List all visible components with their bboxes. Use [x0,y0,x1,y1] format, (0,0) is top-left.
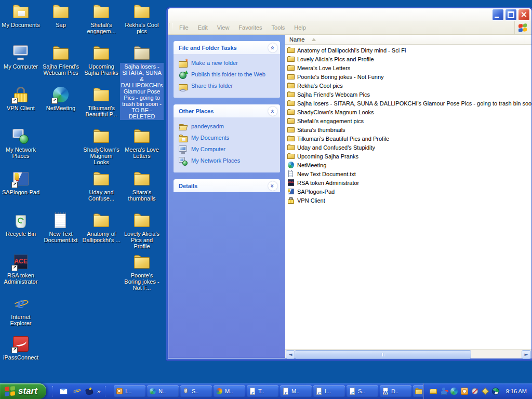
toolbar-grip [52,386,55,396]
desktop-icon[interactable]: Sap [41,3,81,29]
desktop-icon[interactable]: Lovely Alicia's Pics and Profile [122,212,162,250]
desktop-icon[interactable]: VPN Client [1,86,41,112]
taskbar-window-button[interactable]: I... [114,385,145,397]
place-link[interactable]: My Documents [179,133,277,144]
file-name: NetMeeting [297,162,326,168]
taskbar-window-button[interactable]: M.. [214,385,245,397]
panel-header-file-and-folder-tasks[interactable]: File and Folder Tasks [174,41,280,54]
desktop-icon[interactable]: ShadyClown's Magnum Looks [81,128,122,166]
file-list-row[interactable]: Meera's Love Letters [285,63,531,72]
place-link[interactable]: pandeysadm [179,122,277,133]
desktop-icon[interactable]: Poonte's Boring jokes - Not F... [122,254,162,291]
desktop-icon[interactable]: Uday and Confuse... [81,170,122,202]
file-list-row[interactable]: NetMeeting [285,161,531,169]
place-link[interactable]: My Computer [179,144,277,156]
desktop-icon[interactable]: SAPlogon-Pad [1,170,41,196]
netmeeting-icon[interactable] [450,388,458,395]
menu-item[interactable]: File [175,22,193,33]
desktop-icon[interactable]: Sajha losers - SITARA, SUNA & DALLIPOKCH… [122,45,162,120]
close-button[interactable] [518,9,530,21]
file-list-row[interactable]: Uday and Confused's Stupidity [285,143,531,152]
chevron-up-icon[interactable] [268,107,277,116]
task-link[interactable]: Publish this folder to the Web [179,70,277,81]
task-link[interactable]: Make a new folder [179,58,277,70]
taskbar-window-button[interactable]: S.. [347,385,378,397]
file-list-row[interactable]: Tilkumari's Beautiful Pics and Profile [285,134,531,143]
column-header-name[interactable]: Name [285,35,531,45]
desktop-icon[interactable]: Meera's Love Letters [122,128,162,159]
taskbar-window-button[interactable]: M.. [280,385,312,397]
horizontal-scrollbar[interactable]: ◄ ► [285,349,531,358]
chevron-up-icon[interactable] [268,43,277,52]
taskbar-clock[interactable]: 9:16 AM [506,388,527,394]
file-list-row[interactable]: Sitara's thumbnails [285,125,531,134]
desktop-icon[interactable]: RSA token Administrator [1,254,41,285]
desktop-icon[interactable]: Anatomy of Dallipockhi's ... [81,212,122,244]
file-list-row[interactable]: Anatomy of Dallipockhi's Dirty mind - Sc… [285,46,531,55]
folder-docs-icon [179,134,188,143]
file-list-row[interactable]: ShadyClown's Magnum Looks [285,108,531,116]
file-list-row[interactable]: Upcoming Sajha Pranks [285,152,531,161]
file-list-row[interactable]: Sajha Friend's Webcam Pics [285,90,531,99]
ie-icon[interactable] [72,387,81,396]
taskbar-window-button[interactable]: S.. [180,385,212,397]
desktop-icon[interactable]: Recycle Bin [1,212,41,237]
taskbar-window-button[interactable]: D.. [380,385,411,397]
chevron-down-icon[interactable] [268,181,277,191]
file-list-row[interactable]: RSA token Administrator [285,178,531,187]
maximize-button[interactable] [505,9,517,21]
desktop-icon[interactable]: Shefali's engagem... [81,3,122,35]
scrollbar-thumb[interactable] [295,350,471,359]
oe-icon[interactable] [59,387,68,396]
menu-item[interactable]: Edit [193,22,212,33]
taskbar-window-button[interactable]: N.. [147,385,179,397]
file-list-row[interactable]: Shefali's engagement pics [285,116,531,125]
clock-orange-icon [116,388,123,395]
scroll-right-arrow[interactable]: ► [522,350,531,359]
bird-icon[interactable] [85,387,94,396]
menu-item[interactable]: Help [289,22,311,33]
file-list-row[interactable]: VPN Client [285,196,531,205]
clock-orange-icon[interactable] [461,388,469,395]
desktop-icon[interactable]: My Documents [1,3,41,29]
desktop-icon[interactable]: Rekha's Cool pics [122,3,162,35]
desktop-icon[interactable]: NetMeeting [41,86,81,112]
minimize-button[interactable] [492,9,504,21]
desktop-icon[interactable]: My Computer [1,45,41,70]
title-bar[interactable] [168,8,531,21]
folder-icon [287,73,295,81]
task-link[interactable]: Share this folder [179,81,277,92]
scroll-left-arrow[interactable]: ◄ [286,350,295,359]
desktop-icon[interactable]: iPassConnect [1,336,41,361]
panel-header-details[interactable]: Details [174,179,280,192]
menu-item[interactable]: Tools [267,22,290,33]
folder-icon [287,153,295,160]
desktop-icon[interactable]: New Text Document.txt [41,212,81,244]
panel-header-other-places[interactable]: Other Places [174,104,280,117]
place-link[interactable]: My Network Places [179,156,277,167]
start-button[interactable]: start [0,383,46,399]
taskbar-window-button[interactable]: T.. [247,385,278,397]
mute-icon[interactable] [471,388,479,395]
desktop-icon[interactable]: Internet Explorer [1,295,41,327]
pinwheel-icon[interactable] [492,388,500,395]
file-list-row[interactable]: New Text Document.txt [285,169,531,178]
file-list-row[interactable]: Poonte's Boring jokes - Not Funny [285,72,531,81]
desktop-icon[interactable]: Tilkumari's Beautiful P... [81,86,122,118]
quick-launch-overflow-chevron[interactable]: » [97,389,101,394]
menu-item[interactable]: View [212,22,234,33]
taskbar-window-button[interactable]: I... [313,385,345,397]
mail-icon[interactable] [430,388,437,395]
user-icon[interactable] [440,388,448,395]
diamond-icon[interactable] [482,388,489,395]
file-list-row[interactable]: Rekha's Cool pics [285,81,531,90]
file-list-row[interactable]: Sajha losers - SITARA, SUNA & DALLIPOKCH… [285,99,531,108]
desktop-icon[interactable]: Sitara's thumbnails [122,170,162,202]
desktop-icon[interactable]: Upcoming Sajha Pranks [81,45,122,76]
desktop-icon[interactable]: Sajha Friend's Webcam Pics [41,45,81,76]
taskbar-window-button[interactable]: C.. [413,385,423,397]
menu-item[interactable]: Favorites [234,22,267,33]
file-list-row[interactable]: SAPlogon-Pad [285,187,531,196]
file-list-row[interactable]: Lovely Alicia's Pics and Profile [285,55,531,63]
desktop-icon[interactable]: My Network Places [1,128,41,159]
